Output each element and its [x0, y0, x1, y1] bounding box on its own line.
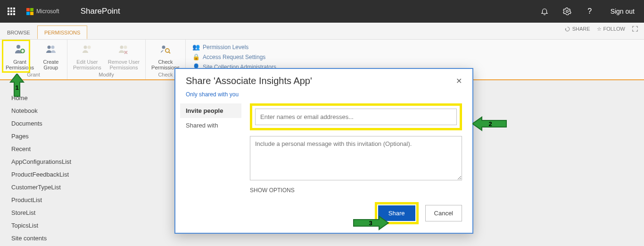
user-plus-icon: [14, 43, 26, 58]
dialog-tabs: Invite people Shared with: [180, 103, 241, 224]
svg-text:1: 1: [15, 84, 18, 91]
sidebar-item-storelist[interactable]: StoreList: [11, 209, 80, 216]
notifications-icon[interactable]: [533, 0, 556, 23]
dialog-tab-invite[interactable]: Invite people: [180, 103, 241, 118]
ribbon-tabs: BROWSE PERMISSIONS SHARE ☆ FOLLOW: [0, 23, 644, 40]
cancel-button[interactable]: Cancel: [425, 205, 462, 221]
svg-point-1: [17, 45, 20, 49]
dialog-tab-shared-with[interactable]: Shared with: [180, 118, 241, 133]
names-input[interactable]: [255, 109, 457, 125]
svg-point-3: [47, 46, 50, 49]
close-icon[interactable]: ✕: [456, 76, 462, 85]
people-icon: 👥: [192, 43, 200, 51]
group-icon: [45, 43, 57, 58]
svg-point-6: [87, 46, 91, 49]
annotation-arrow-1: 1: [8, 74, 26, 100]
share-action[interactable]: SHARE: [564, 26, 590, 32]
annotation-highlight-names: [250, 103, 462, 130]
sidebar-item-recent[interactable]: Recent: [11, 145, 80, 153]
annotation-arrow-3: 3: [350, 213, 392, 232]
sidebar-item-documents[interactable]: Documents: [11, 120, 80, 127]
check-permissions-button[interactable]: Check Permissions: [149, 42, 182, 70]
topbar-right: ? Sign out: [533, 0, 644, 23]
create-group-button[interactable]: Create Group: [39, 42, 63, 70]
edit-user-permissions-label: Edit User Permissions: [73, 59, 101, 70]
annotation-arrow-2: 2: [472, 114, 510, 133]
svg-point-5: [83, 46, 87, 49]
permission-levels-link[interactable]: 👥Permission Levels: [190, 42, 278, 51]
sidebar-item-pages[interactable]: Pages: [11, 133, 80, 140]
user-remove-icon: [117, 43, 130, 58]
edit-user-permissions-button[interactable]: Edit User Permissions: [71, 42, 103, 70]
sidebar-item-notebook[interactable]: Notebook: [11, 107, 80, 114]
tab-permissions[interactable]: PERMISSIONS: [37, 25, 87, 39]
svg-point-4: [51, 46, 54, 49]
focus-action[interactable]: [632, 25, 638, 32]
lock-icon: 🔒: [192, 53, 200, 60]
user-search-icon: [159, 43, 172, 58]
sidebar-item-appconfig[interactable]: AppConfigurationsList: [11, 158, 80, 165]
svg-point-7: [120, 46, 124, 49]
remove-user-permissions-label: Remove User Permissions: [108, 59, 140, 70]
top-bar: Microsoft SharePoint ? Sign out: [0, 0, 644, 23]
grant-permissions-button[interactable]: Grant Permissions: [4, 42, 36, 70]
sidebar-item-sitecontents[interactable]: Site contents: [11, 235, 80, 242]
sidebar-item-productfeedback[interactable]: ProductFeedbackList: [11, 171, 80, 178]
svg-point-8: [124, 46, 127, 49]
sidebar-item-customertype[interactable]: CustomerTypeList: [11, 184, 80, 191]
grant-permissions-label: Grant Permissions: [6, 59, 34, 70]
app-launcher-icon[interactable]: [0, 0, 23, 23]
access-request-settings-link[interactable]: 🔒Access Request Settings: [190, 52, 278, 61]
show-options-toggle[interactable]: SHOW OPTIONS: [250, 187, 462, 194]
settings-icon[interactable]: [556, 0, 578, 23]
ribbon-group-modify-label: Modify: [71, 72, 141, 78]
svg-point-10: [165, 49, 169, 52]
svg-point-9: [162, 46, 165, 49]
user-edit-icon: [81, 43, 93, 58]
app-title: SharePoint: [81, 7, 120, 16]
star-icon: ☆: [597, 26, 602, 32]
vendor-label: Microsoft: [36, 8, 59, 15]
shared-with-link[interactable]: Only shared with you: [186, 91, 239, 98]
sidebar-nav: Home Notebook Documents Pages Recent App…: [0, 80, 85, 246]
vendor-logo: Microsoft: [26, 8, 59, 15]
dialog-title: Share 'Associate Insights App': [186, 76, 312, 86]
sidebar-item-productlist[interactable]: ProductList: [11, 196, 80, 204]
sidebar-item-topicslist[interactable]: TopicsList: [11, 222, 80, 229]
create-group-label: Create Group: [43, 59, 58, 70]
svg-text:2: 2: [488, 120, 492, 127]
help-icon[interactable]: ?: [578, 0, 601, 23]
share-dialog: Share 'Associate Insights App' ✕ Only sh…: [174, 68, 473, 234]
tab-browse[interactable]: BROWSE: [0, 25, 37, 39]
follow-action[interactable]: ☆ FOLLOW: [597, 26, 625, 32]
message-textarea[interactable]: [250, 136, 462, 180]
follow-label: FOLLOW: [603, 26, 625, 32]
svg-text:3: 3: [369, 220, 372, 227]
sign-out-link[interactable]: Sign out: [601, 8, 644, 15]
ribbon-group-modify: Edit User Permissions Remove User Permis…: [67, 40, 146, 79]
share-label: SHARE: [572, 26, 590, 32]
svg-point-0: [566, 10, 568, 13]
remove-user-permissions-button[interactable]: Remove User Permissions: [106, 42, 141, 70]
